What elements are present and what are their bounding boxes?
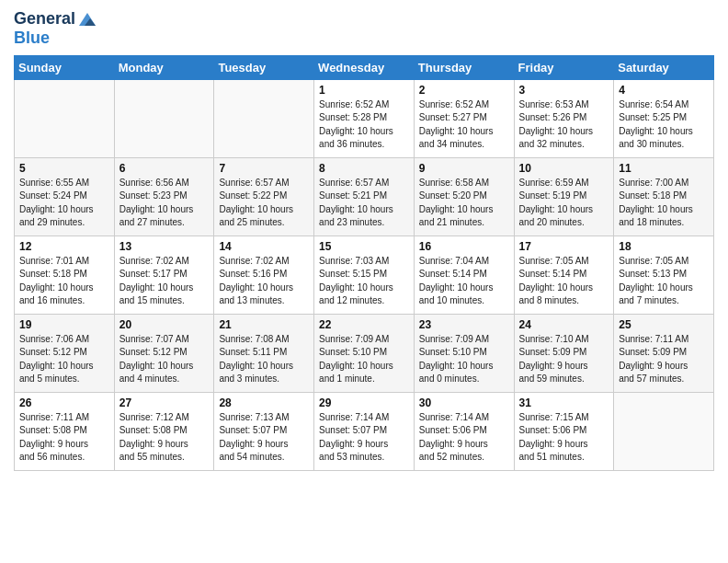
weekday-header-tuesday: Tuesday — [214, 55, 314, 79]
calendar-cell: 5Sunrise: 6:55 AM Sunset: 5:24 PM Daylig… — [15, 157, 115, 236]
logo: General Blue — [14, 9, 97, 48]
calendar-cell: 23Sunrise: 7:09 AM Sunset: 5:10 PM Dayli… — [414, 314, 514, 392]
day-info: Sunrise: 7:05 AM Sunset: 5:14 PM Dayligh… — [519, 255, 609, 308]
week-row-4: 19Sunrise: 7:06 AM Sunset: 5:12 PM Dayli… — [15, 314, 714, 392]
week-row-5: 26Sunrise: 7:11 AM Sunset: 5:08 PM Dayli… — [15, 392, 714, 470]
day-number: 11 — [619, 162, 709, 175]
calendar-cell: 13Sunrise: 7:02 AM Sunset: 5:17 PM Dayli… — [114, 236, 214, 314]
day-info: Sunrise: 7:11 AM Sunset: 5:09 PM Dayligh… — [619, 333, 709, 386]
calendar-table: SundayMondayTuesdayWednesdayThursdayFrid… — [14, 55, 714, 471]
day-info: Sunrise: 7:09 AM Sunset: 5:10 PM Dayligh… — [419, 333, 509, 386]
calendar-cell: 26Sunrise: 7:11 AM Sunset: 5:08 PM Dayli… — [15, 392, 115, 470]
day-info: Sunrise: 6:53 AM Sunset: 5:26 PM Dayligh… — [519, 98, 609, 152]
day-number: 26 — [19, 396, 109, 409]
calendar-cell: 17Sunrise: 7:05 AM Sunset: 5:14 PM Dayli… — [514, 236, 614, 314]
day-number: 25 — [619, 318, 709, 331]
day-info: Sunrise: 7:01 AM Sunset: 5:18 PM Dayligh… — [19, 255, 109, 308]
day-number: 24 — [519, 318, 609, 331]
day-number: 9 — [419, 162, 509, 175]
day-info: Sunrise: 6:54 AM Sunset: 5:25 PM Dayligh… — [619, 98, 709, 152]
weekday-header-friday: Friday — [514, 55, 614, 79]
calendar-cell — [114, 79, 214, 157]
day-number: 31 — [519, 396, 609, 409]
day-number: 23 — [419, 318, 509, 331]
week-row-1: 1Sunrise: 6:52 AM Sunset: 5:28 PM Daylig… — [15, 79, 714, 157]
calendar-cell: 9Sunrise: 6:58 AM Sunset: 5:20 PM Daylig… — [414, 157, 514, 236]
logo-text-general: General — [14, 10, 75, 29]
calendar-cell: 20Sunrise: 7:07 AM Sunset: 5:12 PM Dayli… — [114, 314, 214, 392]
day-info: Sunrise: 7:02 AM Sunset: 5:17 PM Dayligh… — [119, 255, 210, 308]
calendar-cell: 27Sunrise: 7:12 AM Sunset: 5:08 PM Dayli… — [114, 392, 214, 470]
day-info: Sunrise: 7:06 AM Sunset: 5:12 PM Dayligh… — [19, 333, 109, 386]
day-number: 16 — [419, 240, 509, 253]
day-number: 5 — [19, 162, 109, 175]
header: General Blue — [14, 9, 714, 48]
day-number: 15 — [319, 240, 409, 253]
day-info: Sunrise: 6:57 AM Sunset: 5:22 PM Dayligh… — [219, 177, 309, 230]
day-info: Sunrise: 6:55 AM Sunset: 5:24 PM Dayligh… — [19, 177, 109, 230]
logo-icon — [77, 9, 97, 29]
day-info: Sunrise: 7:07 AM Sunset: 5:12 PM Dayligh… — [119, 333, 210, 386]
day-number: 6 — [119, 162, 210, 175]
day-info: Sunrise: 7:11 AM Sunset: 5:08 PM Dayligh… — [19, 411, 109, 465]
calendar-cell: 1Sunrise: 6:52 AM Sunset: 5:28 PM Daylig… — [314, 79, 415, 157]
calendar-cell: 11Sunrise: 7:00 AM Sunset: 5:18 PM Dayli… — [614, 157, 714, 236]
weekday-header-saturday: Saturday — [614, 55, 714, 79]
weekday-header-row: SundayMondayTuesdayWednesdayThursdayFrid… — [15, 55, 714, 79]
day-info: Sunrise: 7:04 AM Sunset: 5:14 PM Dayligh… — [419, 255, 509, 308]
calendar-cell: 2Sunrise: 6:52 AM Sunset: 5:27 PM Daylig… — [414, 79, 514, 157]
calendar-cell: 24Sunrise: 7:10 AM Sunset: 5:09 PM Dayli… — [514, 314, 614, 392]
day-number: 29 — [319, 396, 409, 409]
day-number: 20 — [119, 318, 210, 331]
calendar-cell — [214, 79, 314, 157]
day-number: 10 — [519, 162, 609, 175]
calendar-cell: 3Sunrise: 6:53 AM Sunset: 5:26 PM Daylig… — [514, 79, 614, 157]
weekday-header-wednesday: Wednesday — [314, 55, 415, 79]
day-number: 14 — [219, 240, 309, 253]
calendar-cell: 21Sunrise: 7:08 AM Sunset: 5:11 PM Dayli… — [214, 314, 314, 392]
day-number: 7 — [219, 162, 309, 175]
calendar-cell — [15, 79, 115, 157]
day-number: 18 — [619, 240, 709, 253]
logo-text-blue: Blue — [14, 29, 50, 47]
calendar-cell: 30Sunrise: 7:14 AM Sunset: 5:06 PM Dayli… — [414, 392, 514, 470]
day-number: 8 — [319, 162, 409, 175]
day-info: Sunrise: 7:10 AM Sunset: 5:09 PM Dayligh… — [519, 333, 609, 386]
day-info: Sunrise: 7:05 AM Sunset: 5:13 PM Dayligh… — [619, 255, 709, 308]
day-info: Sunrise: 7:14 AM Sunset: 5:07 PM Dayligh… — [319, 411, 409, 465]
day-number: 27 — [119, 396, 210, 409]
day-info: Sunrise: 7:14 AM Sunset: 5:06 PM Dayligh… — [419, 411, 509, 465]
day-number: 4 — [619, 84, 709, 97]
day-info: Sunrise: 7:00 AM Sunset: 5:18 PM Dayligh… — [619, 177, 709, 230]
day-info: Sunrise: 6:52 AM Sunset: 5:27 PM Dayligh… — [419, 98, 509, 152]
calendar-cell: 29Sunrise: 7:14 AM Sunset: 5:07 PM Dayli… — [314, 392, 415, 470]
weekday-header-sunday: Sunday — [15, 55, 115, 79]
calendar-cell: 14Sunrise: 7:02 AM Sunset: 5:16 PM Dayli… — [214, 236, 314, 314]
calendar-cell: 25Sunrise: 7:11 AM Sunset: 5:09 PM Dayli… — [614, 314, 714, 392]
week-row-3: 12Sunrise: 7:01 AM Sunset: 5:18 PM Dayli… — [15, 236, 714, 314]
calendar-cell: 12Sunrise: 7:01 AM Sunset: 5:18 PM Dayli… — [15, 236, 115, 314]
day-number: 13 — [119, 240, 210, 253]
calendar-cell — [614, 392, 714, 470]
day-number: 21 — [219, 318, 309, 331]
day-info: Sunrise: 6:56 AM Sunset: 5:23 PM Dayligh… — [119, 177, 210, 230]
day-info: Sunrise: 7:03 AM Sunset: 5:15 PM Dayligh… — [319, 255, 409, 308]
day-info: Sunrise: 6:52 AM Sunset: 5:28 PM Dayligh… — [319, 98, 409, 152]
calendar-cell: 6Sunrise: 6:56 AM Sunset: 5:23 PM Daylig… — [114, 157, 214, 236]
calendar-cell: 31Sunrise: 7:15 AM Sunset: 5:06 PM Dayli… — [514, 392, 614, 470]
day-number: 3 — [519, 84, 609, 97]
calendar-cell: 18Sunrise: 7:05 AM Sunset: 5:13 PM Dayli… — [614, 236, 714, 314]
weekday-header-monday: Monday — [114, 55, 214, 79]
day-number: 22 — [319, 318, 409, 331]
calendar-cell: 16Sunrise: 7:04 AM Sunset: 5:14 PM Dayli… — [414, 236, 514, 314]
page: General Blue SundayMondayTuesdayWednesda… — [0, 0, 728, 485]
weekday-header-thursday: Thursday — [414, 55, 514, 79]
day-number: 28 — [219, 396, 309, 409]
day-info: Sunrise: 7:13 AM Sunset: 5:07 PM Dayligh… — [219, 411, 309, 465]
day-number: 1 — [319, 84, 409, 97]
day-info: Sunrise: 6:59 AM Sunset: 5:19 PM Dayligh… — [519, 177, 609, 230]
calendar-cell: 8Sunrise: 6:57 AM Sunset: 5:21 PM Daylig… — [314, 157, 415, 236]
day-number: 12 — [19, 240, 109, 253]
day-info: Sunrise: 7:02 AM Sunset: 5:16 PM Dayligh… — [219, 255, 309, 308]
day-number: 19 — [19, 318, 109, 331]
